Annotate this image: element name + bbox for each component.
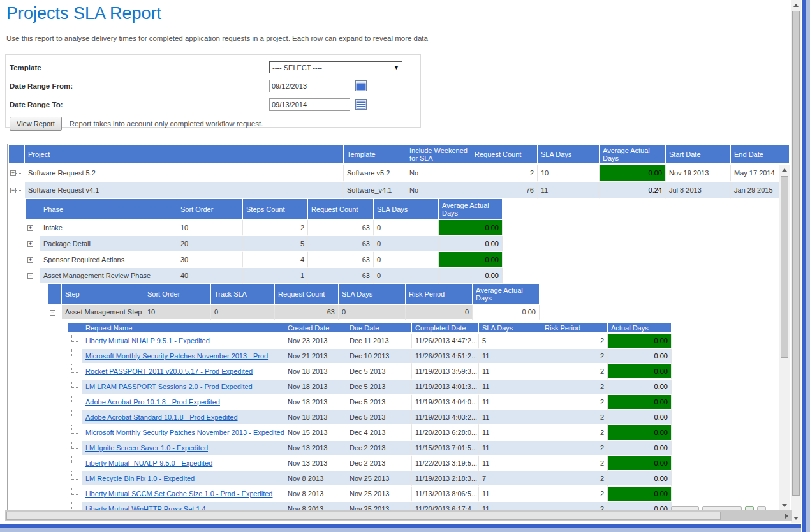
tree-cell [68, 410, 82, 425]
request-link[interactable]: Liberty Mutual NUALP 9.5.1 - Expedited [85, 337, 210, 344]
triangle-down-icon [782, 504, 787, 507]
due-cell: Dec 5 2013 [346, 410, 412, 425]
completed-cell: 11/19/2013 4:04:0... [412, 395, 479, 410]
date-to-calendar-button[interactable] [355, 99, 368, 110]
collapse-toggle[interactable]: − [10, 188, 16, 193]
page-scrollbar-thumb[interactable] [792, 11, 800, 496]
created-cell: Nov 21 2013 [284, 349, 346, 364]
risk-cell: 2 [541, 334, 608, 349]
phase-row: +Intake1026300.00 [26, 220, 503, 236]
tree-leaf-connector [71, 471, 78, 480]
window-border-bottom [0, 523, 801, 532]
weekend-cell: No [406, 182, 471, 199]
column-header: Average Actual Days [439, 199, 503, 220]
tree-cell: − [48, 305, 62, 320]
risk-cell: 2 [541, 364, 608, 380]
name-cell: Liberty Mutual NUALP 9.5.1 - Expedited [82, 334, 284, 349]
expand-toggle[interactable]: + [10, 170, 16, 176]
column-header: Phase [40, 199, 177, 220]
template-select[interactable]: ---- SELECT ---- ▼ [269, 61, 402, 73]
sort-cell: 20 [177, 236, 243, 252]
sla-cell: 5 [479, 334, 541, 349]
request-link[interactable]: Liberty Mutual -NUALP-9.5.0 - Expedited [85, 459, 212, 467]
name-cell: Adobe Acrobat Pro 10.1.8 - Prod Expedite… [82, 395, 284, 410]
horizontal-scrollbar[interactable] [5, 510, 792, 521]
tree-connector [33, 274, 38, 276]
due-cell: Dec 2 2013 [346, 441, 412, 456]
request-row: Adobe Acrobat Pro 10.1.8 - Prod Expedite… [68, 395, 672, 410]
page-vertical-scrollbar[interactable] [791, 0, 801, 523]
date-from-calendar-button[interactable] [355, 80, 368, 92]
date-from-input[interactable] [269, 80, 350, 92]
request-link[interactable]: LM Ignite Screen Saver 1.0 - Expedited [85, 444, 208, 452]
horizontal-scrollbar-thumb[interactable] [6, 512, 721, 520]
tree-cell [68, 425, 82, 441]
created-cell: Nov 8 2013 [284, 487, 346, 502]
column-header: Track SLA [211, 284, 275, 305]
request-link[interactable]: Microsoft Monthly Security Patches Novem… [85, 429, 284, 436]
request-link[interactable]: Rocket PASSPORT 2011 v20.0.5.17 - Prod E… [85, 367, 253, 375]
expand-toggle[interactable]: + [27, 241, 33, 247]
scroll-down-button[interactable] [779, 500, 790, 510]
expand-toggle[interactable]: + [27, 257, 33, 263]
request-row: Rocket PASSPORT 2011 v20.0.5.17 - Prod E… [68, 364, 672, 380]
phase-cell: Asset Management Review Phase [40, 268, 177, 284]
requests-cell: 63 [275, 305, 339, 320]
request-link[interactable]: LM LRAM PASSPORT Sessions 2.0 - Prod Exp… [85, 383, 253, 390]
page-scroll-down-button[interactable] [791, 513, 801, 523]
request-row: Liberty Mutual -NUALP-9.5.0 - ExpeditedN… [68, 456, 672, 471]
name-cell: Rocket PASSPORT 2011 v20.0.5.17 - Prod E… [82, 364, 284, 380]
tree-cell [68, 349, 82, 364]
request-link[interactable]: Liberty Mutual SCCM Set Cache Size 1.0 -… [85, 490, 272, 498]
request-row: Liberty Mutual SCCM Set Cache Size 1.0 -… [68, 487, 672, 502]
report-scrollbar-thumb[interactable] [781, 176, 788, 358]
risk-cell: 2 [541, 487, 608, 502]
column-header: SLA Days [538, 145, 600, 165]
collapse-toggle[interactable]: − [50, 310, 55, 316]
column-header: Request Count [471, 145, 538, 165]
tree-leaf-connector [71, 380, 78, 388]
tree-connector [16, 171, 21, 174]
created-cell: Nov 18 2013 [284, 395, 346, 410]
sla-cell: 0 [374, 220, 439, 236]
expand-toggle[interactable]: + [27, 225, 33, 231]
tree-cell: + [9, 165, 25, 182]
sla-cell: 11 [479, 441, 541, 456]
created-cell: Nov 23 2013 [284, 334, 346, 349]
avg-cell: 0.00 [439, 236, 503, 252]
template-cell: Software_v4.1 [344, 182, 406, 199]
collapse-toggle[interactable]: − [27, 273, 33, 279]
column-header: Actual Days [608, 323, 672, 334]
request_count-cell: 76 [471, 182, 538, 199]
tree-leaf-connector [71, 425, 78, 434]
request-link[interactable]: Adobe Acrobat Pro 10.1.8 - Prod Expedite… [85, 398, 220, 406]
tree-leaf-connector [71, 502, 78, 510]
report-note: Report takes into account only completed… [70, 120, 263, 128]
column-header: Risk Period [541, 323, 608, 334]
risk-cell: 2 [541, 395, 608, 410]
tree-leaf-connector [71, 456, 78, 464]
phase-row: −Asset Management Review Phase4016300.00 [26, 268, 503, 284]
column-header: Template [344, 145, 406, 165]
view-report-button[interactable]: View Report [10, 117, 62, 131]
tree-leaf-connector [71, 410, 78, 418]
due-cell: Dec 2 2013 [346, 456, 412, 471]
steps-cell: 4 [243, 252, 308, 268]
sla_days-cell: 11 [538, 182, 600, 199]
risk-cell: 2 [541, 425, 608, 441]
report-vertical-scrollbar[interactable] [779, 165, 790, 510]
page-scroll-up-button[interactable] [791, 0, 801, 10]
sla-cell: 11 [479, 456, 541, 471]
date-to-input[interactable] [269, 98, 350, 111]
scroll-right-button[interactable] [781, 510, 792, 521]
request-link[interactable]: Microsoft Monthly Security Patches Novem… [85, 352, 268, 360]
column-header: Due Date [346, 323, 412, 334]
page-description: Use this report to analyse delivery time… [6, 34, 428, 42]
request-link[interactable]: Adobe Acrobat Standard 10.1.8 - Prod Exp… [85, 413, 238, 421]
scroll-up-button[interactable] [779, 165, 790, 175]
actual-cell: 0.00 [608, 380, 672, 395]
request-link[interactable]: LM Recycle Bin Fix 1.0 - Expedited [85, 475, 195, 482]
request-row: Adobe Acrobat Standard 10.1.8 - Prod Exp… [68, 410, 672, 425]
page-title: Projects SLA Report [6, 4, 161, 24]
tree-cell [68, 395, 82, 410]
